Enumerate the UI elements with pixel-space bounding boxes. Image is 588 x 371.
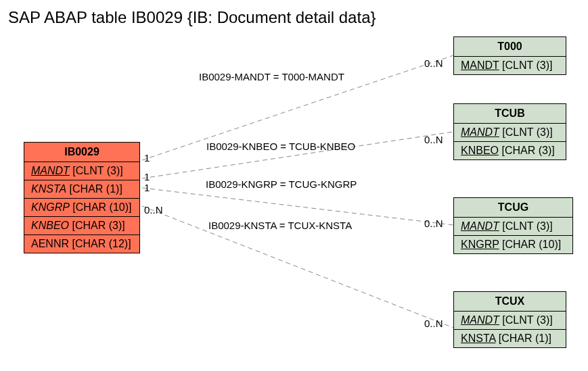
table-field-mandt: MANDT [CLNT (3)] <box>24 162 139 180</box>
table-field-knsta: KNSTA [CHAR (1)] <box>24 180 139 199</box>
svg-line-1 <box>142 132 453 178</box>
cardinality-to-1: 0..N <box>424 57 443 69</box>
table-field-knbeo: KNBEO [CHAR (3)] <box>24 217 139 235</box>
table-field-aennr: AENNR [CHAR (12)] <box>24 235 139 253</box>
edge-label-3: IB0029-KNGRP = TCUG-KNGRP <box>206 178 357 190</box>
table-tcug: TCUG MANDT [CLNT (3)] KNGRP [CHAR (10)] <box>453 197 573 254</box>
table-field-mandt: MANDT [CLNT (3)] <box>454 312 566 330</box>
cardinality-from-4: 0..N <box>144 204 163 216</box>
edge-label-1: IB0029-MANDT = T000-MANDT <box>199 71 344 82</box>
table-tcub: TCUB MANDT [CLNT (3)] KNBEO [CHAR (3)] <box>453 103 566 160</box>
page-title: SAP ABAP table IB0029 {IB: Document deta… <box>8 8 376 27</box>
table-field-mandt: MANDT [CLNT (3)] <box>454 124 566 142</box>
table-field-mandt: MANDT [CLNT (3)] <box>454 57 566 74</box>
cardinality-from-2: 1 <box>144 171 150 182</box>
table-field-knbeo: KNBEO [CHAR (3)] <box>454 142 566 159</box>
cardinality-to-2: 0..N <box>424 134 443 145</box>
table-field-mandt: MANDT [CLNT (3)] <box>454 218 572 236</box>
table-header: TCUX <box>454 292 566 312</box>
table-header: TCUG <box>454 198 572 218</box>
table-ib0029: IB0029 MANDT [CLNT (3)] KNSTA [CHAR (1)]… <box>24 142 140 253</box>
table-field-knsta: KNSTA [CHAR (1)] <box>454 330 566 347</box>
table-field-kngrp: KNGRP [CHAR (10)] <box>24 199 139 217</box>
edge-label-2: IB0029-KNBEO = TCUB-KNBEO <box>206 141 355 152</box>
table-header: T000 <box>454 37 566 57</box>
table-tcux: TCUX MANDT [CLNT (3)] KNSTA [CHAR (1)] <box>453 291 566 348</box>
cardinality-from-1: 1 <box>144 152 150 164</box>
edge-label-4: IB0029-KNSTA = TCUX-KNSTA <box>208 220 352 231</box>
table-t000: T000 MANDT [CLNT (3)] <box>453 36 566 75</box>
cardinality-from-3: 1 <box>144 182 150 193</box>
table-field-kngrp: KNGRP [CHAR (10)] <box>454 236 572 253</box>
cardinality-to-3: 0..N <box>424 218 443 229</box>
table-header: TCUB <box>454 104 566 124</box>
cardinality-to-4: 0..N <box>424 318 443 329</box>
table-header: IB0029 <box>24 143 139 162</box>
